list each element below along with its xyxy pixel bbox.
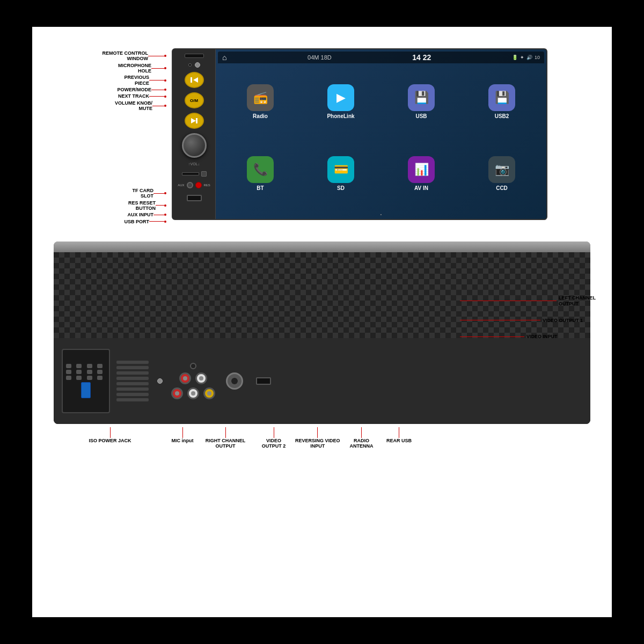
rca-left-out-1[interactable] bbox=[179, 372, 191, 384]
label-line-mic bbox=[151, 68, 164, 69]
label-line-tf bbox=[153, 193, 164, 194]
label-text-mic-rear: MIC input bbox=[172, 438, 194, 443]
label-line-rco bbox=[225, 427, 226, 438]
home-icon[interactable]: ⌂ bbox=[222, 53, 226, 62]
usb2-label: USB2 bbox=[495, 113, 509, 119]
rear-usb-port[interactable] bbox=[256, 377, 271, 385]
label-aux: AUX INPUT bbox=[54, 212, 166, 217]
slat-5 bbox=[116, 382, 149, 385]
radio-icon-bg: 📻 bbox=[247, 84, 274, 111]
volume-level: 10 bbox=[535, 55, 540, 60]
label-radio-antenna: RADIO ANTENNA bbox=[346, 427, 378, 449]
slat-2 bbox=[116, 366, 149, 369]
label-dot-tf bbox=[164, 192, 166, 194]
volume-knob[interactable] bbox=[182, 133, 207, 158]
radio-label: Radio bbox=[253, 113, 268, 119]
app-phonelink[interactable]: ▶ PhoneLink bbox=[303, 68, 379, 136]
rrl-text-vo1: VIDEO OUTPUT 1 bbox=[543, 318, 583, 324]
label-text-usb: USB PORT bbox=[124, 219, 149, 224]
previous-button[interactable] bbox=[185, 72, 204, 88]
app-usb2[interactable]: 💾 USB2 bbox=[464, 68, 540, 136]
battery-icon: 🔋 bbox=[512, 55, 518, 60]
label-rear-usb: REAR USB bbox=[383, 427, 415, 449]
label-text-next: NEXT TRACK bbox=[118, 93, 149, 99]
label-video-input: VIDEO INPUT bbox=[460, 334, 596, 340]
rrl-line-vi bbox=[460, 336, 524, 337]
label-text-prev: PREVIOUS PIECE bbox=[124, 75, 149, 86]
label-line-power bbox=[151, 90, 164, 90]
mic-input-jack[interactable] bbox=[190, 363, 196, 369]
vol-label: ↑VOL↓ bbox=[188, 162, 200, 166]
app-bt[interactable]: 📞 BT bbox=[222, 140, 298, 208]
label-line-ru bbox=[399, 427, 399, 438]
iso-pin-11 bbox=[87, 376, 92, 380]
power-mode-button[interactable]: O/M bbox=[185, 92, 204, 108]
label-res-reset: RES RESET BUTTON bbox=[54, 200, 166, 211]
label-text-iso: ISO POWER JACK bbox=[89, 438, 131, 443]
label-text-res: RES RESET BUTTON bbox=[128, 200, 156, 211]
microphone-hole bbox=[188, 63, 192, 67]
sd-label: SD bbox=[337, 185, 345, 191]
app-grid: 📻 Radio ▶ PhoneLink 💾 bbox=[218, 63, 544, 212]
iso-power-jack[interactable] bbox=[62, 349, 110, 413]
rear-bottom-labels: ISO POWER JACK MIC input RIGHT CHANNEL O… bbox=[54, 424, 590, 449]
iso-pin-6 bbox=[76, 370, 82, 374]
aux-jack[interactable] bbox=[187, 182, 193, 188]
usb-label: USB bbox=[415, 113, 427, 119]
iso-pins bbox=[66, 364, 106, 380]
label-line-aux bbox=[153, 215, 164, 215]
iso-pin-7 bbox=[87, 370, 92, 374]
label-dot-prev bbox=[164, 79, 166, 82]
label-remote-control-window: REMOTE CONTROL WINDOW bbox=[54, 50, 166, 62]
label-power-mode: POWER/MODE bbox=[54, 87, 166, 92]
label-text-remote-control-window: REMOTE CONTROL WINDOW bbox=[103, 50, 149, 62]
screen-indicator: • bbox=[218, 212, 544, 217]
rear-connector-panel bbox=[54, 338, 590, 424]
rca-right-out-2[interactable] bbox=[187, 387, 199, 399]
rca-center-2 bbox=[199, 376, 203, 380]
iso-pin-12 bbox=[97, 376, 103, 380]
phonelink-icon-bg: ▶ bbox=[327, 84, 354, 111]
app-usb[interactable]: 💾 USB bbox=[383, 68, 459, 136]
label-line-vo2 bbox=[274, 427, 274, 438]
label-dot-vol bbox=[164, 105, 166, 107]
app-ccd[interactable]: 📷 CCD bbox=[464, 140, 540, 208]
iso-pin-4 bbox=[97, 364, 103, 368]
small-button-top[interactable] bbox=[195, 62, 200, 68]
label-line-rv bbox=[317, 427, 318, 438]
screen[interactable]: ⌂ 04M 18D 14 22 🔋 ✦ 🔊 10 bbox=[216, 49, 546, 219]
label-line-mic-rear bbox=[182, 427, 183, 438]
iso-pin-2 bbox=[76, 364, 82, 368]
tf-card-slot[interactable] bbox=[182, 172, 199, 175]
label-text-power: POWER/MODE bbox=[117, 87, 151, 92]
label-dot-next bbox=[164, 96, 166, 98]
app-sd[interactable]: 💳 SD bbox=[303, 140, 379, 208]
label-mic-input: MIC input bbox=[166, 427, 199, 449]
front-unit: O/M ↑VOL↓ bbox=[172, 48, 547, 220]
next-button[interactable] bbox=[185, 113, 204, 129]
ccd-label: CCD bbox=[496, 185, 508, 191]
avin-icon-bg: 📊 bbox=[408, 156, 435, 183]
app-avin[interactable]: 📊 AV IN bbox=[383, 140, 459, 208]
label-video-output-1: VIDEO OUTPUT 1 bbox=[460, 318, 596, 324]
rrl-text-lco: LEFT CHANNEL OUTPUT bbox=[559, 295, 596, 307]
app-radio[interactable]: 📻 Radio bbox=[222, 68, 298, 136]
res-label-small: RES bbox=[204, 184, 210, 187]
usb-port[interactable] bbox=[187, 195, 202, 201]
screen-date-info: 04M 18D bbox=[308, 54, 332, 61]
rca-video-out[interactable] bbox=[203, 387, 215, 399]
rrl-line-vo1 bbox=[460, 320, 540, 320]
video-input-jack[interactable] bbox=[226, 372, 243, 390]
ccd-icon-bg: 📷 bbox=[488, 156, 515, 183]
rca-left-out-2[interactable] bbox=[171, 387, 183, 399]
label-right-channel: RIGHT CHANNEL OUTPUT bbox=[204, 427, 247, 449]
front-labels: REMOTE CONTROL WINDOW MICROPHONE HOLE PR… bbox=[54, 48, 172, 225]
rca-right-out-1[interactable] bbox=[195, 372, 207, 384]
res-button[interactable] bbox=[195, 182, 202, 188]
rear-right-labels: LEFT CHANNEL OUTPUT VIDEO OUTPUT 1 VIDEO… bbox=[460, 295, 596, 340]
label-dot-usb bbox=[164, 221, 166, 223]
label-text-rco: RIGHT CHANNEL OUTPUT bbox=[206, 438, 246, 449]
usb2-icon-bg: 💾 bbox=[488, 84, 515, 111]
bluetooth-icon: ✦ bbox=[520, 55, 524, 60]
label-previous-piece: PREVIOUS PIECE bbox=[54, 75, 166, 86]
